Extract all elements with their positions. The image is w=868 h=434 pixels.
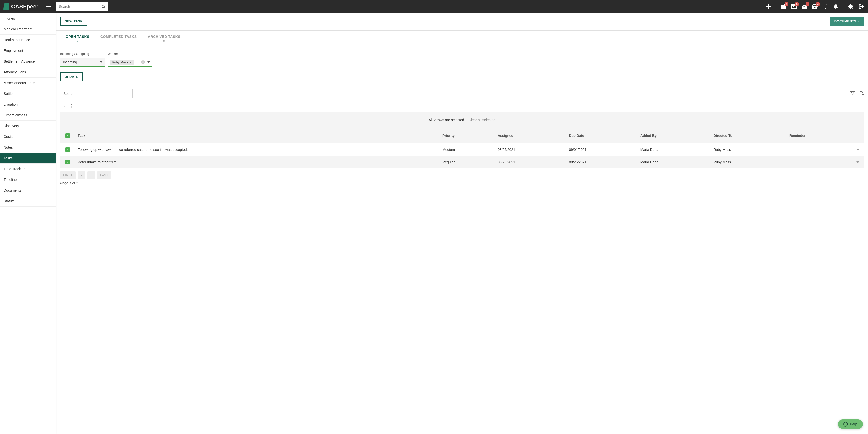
sidebar-item-injuries[interactable]: Injuries <box>0 13 56 24</box>
select-all-toggle[interactable] <box>63 104 67 108</box>
sidebar-item-medical-treatment[interactable]: Medical Treatment <box>0 24 56 34</box>
col-reminder[interactable]: Reminder <box>787 128 854 143</box>
sidebar-item-notes[interactable]: Notes <box>0 142 56 153</box>
logo-mark-icon <box>3 3 9 10</box>
cell-added-by: Maria Daria <box>638 143 711 156</box>
sidebar-item-costs[interactable]: Costs <box>0 132 56 142</box>
main-content: NEW TASK DOCUMENTS OPEN TASKS2COMPLETED … <box>56 13 868 434</box>
pagination-first[interactable]: FIRST <box>60 171 75 179</box>
sidebar-item-settlement[interactable]: Settlement <box>0 88 56 99</box>
row-checkbox[interactable]: ✓ <box>65 160 70 165</box>
worker-filter-select[interactable]: Ruby Moss × × <box>107 58 152 66</box>
tab-archived-tasks[interactable]: ARCHIVED TASKS0 <box>148 31 180 47</box>
sidebar-item-litigation[interactable]: Litigation <box>0 99 56 110</box>
cell-assigned: 08/25/2021 <box>495 143 566 156</box>
mobile-button[interactable] <box>822 3 829 10</box>
svg-rect-11 <box>782 6 783 7</box>
pagination-prev[interactable]: « <box>78 171 85 179</box>
tab-label: COMPLETED TASKS <box>100 34 137 38</box>
tab-label: ARCHIVED TASKS <box>148 34 180 38</box>
select-all-checkbox-highlight: ✓ <box>64 132 71 139</box>
cell-directed-to: Ruby Moss <box>711 156 787 169</box>
app-logo[interactable]: CASEpeer <box>3 3 38 10</box>
select-all-checkbox[interactable]: ✓ <box>65 134 70 138</box>
sidebar-item-miscellaneous-liens[interactable]: Miscellaneous Liens <box>0 78 56 88</box>
sidebar-item-health-insurance[interactable]: Health Insurance <box>0 34 56 45</box>
pagination-last[interactable]: LAST <box>97 171 111 179</box>
settings-button[interactable] <box>847 3 854 10</box>
remove-chip-button[interactable]: × <box>130 60 131 64</box>
col-due[interactable]: Due Date <box>566 128 638 143</box>
table-row[interactable]: ✓Refer Intake to other firm.Regular08/25… <box>60 156 864 169</box>
inbox-button[interactable]: 3 <box>812 3 818 10</box>
menu-toggle-button[interactable] <box>45 3 52 10</box>
worker-chip-label: Ruby Moss <box>112 60 128 64</box>
cell-added-by: Maria Daria <box>638 156 711 169</box>
svg-rect-1 <box>46 6 51 7</box>
mail-badge: 5 <box>806 2 809 6</box>
help-button[interactable]: Help <box>838 419 863 429</box>
sidebar-item-tasks[interactable]: Tasks <box>0 153 56 164</box>
cell-directed-to: Ruby Moss <box>711 143 787 156</box>
col-directed-to[interactable]: Directed To <box>711 128 787 143</box>
new-task-button[interactable]: NEW TASK <box>60 17 87 26</box>
top-bar: CASEpeer ! 5 5 3 <box>0 0 868 13</box>
filter-icon[interactable] <box>850 91 855 96</box>
tasks-button[interactable]: 5 <box>791 3 797 10</box>
sidebar-item-discovery[interactable]: Discovery <box>0 121 56 132</box>
selection-banner: All 2 rows are selected. Clear all selec… <box>60 112 864 128</box>
sidebar-item-employment[interactable]: Employment <box>0 45 56 56</box>
update-button[interactable]: UPDATE <box>60 72 83 81</box>
caret-down-icon <box>858 21 860 22</box>
global-search-input[interactable] <box>56 2 108 11</box>
col-task[interactable]: Task <box>75 128 440 143</box>
add-button[interactable] <box>766 3 772 10</box>
sidebar-item-settlement-advance[interactable]: Settlement Advance <box>0 56 56 67</box>
calendar-button[interactable]: ! <box>780 3 787 10</box>
cell-due: 09/01/2021 <box>566 143 638 156</box>
col-assigned[interactable]: Assigned <box>495 128 566 143</box>
export-icon[interactable] <box>860 91 864 96</box>
sidebar-item-documents[interactable]: Documents <box>0 185 56 196</box>
bulk-actions-menu[interactable] <box>70 104 71 108</box>
svg-point-18 <box>835 8 836 9</box>
help-label: Help <box>850 422 858 426</box>
selection-text: All 2 rows are selected. <box>429 118 465 122</box>
row-menu-button[interactable] <box>857 149 862 151</box>
chevron-down-icon <box>147 61 150 63</box>
tab-open-tasks[interactable]: OPEN TASKS2 <box>65 31 89 47</box>
tab-completed-tasks[interactable]: COMPLETED TASKS0 <box>100 31 137 47</box>
inbox-badge: 3 <box>816 2 820 6</box>
pagination-next[interactable]: » <box>87 171 95 179</box>
row-checkbox[interactable]: ✓ <box>65 147 70 152</box>
cell-assigned: 08/25/2021 <box>495 156 566 169</box>
chat-bubble-icon <box>843 422 848 427</box>
direction-filter-select[interactable]: Incoming <box>60 58 105 66</box>
sidebar-item-timeline[interactable]: Timeline <box>0 174 56 185</box>
documents-button-label: DOCUMENTS <box>835 19 857 23</box>
direction-filter-value: Incoming <box>63 60 77 64</box>
mail-button[interactable]: 5 <box>801 3 808 10</box>
documents-button[interactable]: DOCUMENTS <box>831 17 864 26</box>
worker-chip: Ruby Moss × <box>110 60 133 65</box>
svg-rect-2 <box>46 8 51 8</box>
sidebar-item-attorney-liens[interactable]: Attorney Liens <box>0 67 56 78</box>
clear-filter-button[interactable]: × <box>141 60 145 64</box>
cell-reminder <box>787 156 854 169</box>
clear-selection-link[interactable]: Clear all selected <box>468 118 495 122</box>
table-search-input[interactable] <box>60 89 132 98</box>
logout-button[interactable] <box>858 3 865 10</box>
sidebar-item-time-tracking[interactable]: Time Tracking <box>0 164 56 174</box>
separator <box>776 3 776 10</box>
sidebar-item-statute[interactable]: Statute <box>0 196 56 207</box>
table-row[interactable]: ✓Following up with law firm we referred … <box>60 143 864 156</box>
col-added-by[interactable]: Added By <box>638 128 711 143</box>
tab-count: 0 <box>148 39 180 43</box>
col-priority[interactable]: Priority <box>440 128 495 143</box>
tab-label: OPEN TASKS <box>65 34 89 38</box>
row-menu-button[interactable] <box>857 162 862 163</box>
page-info: Page 1 of 1 <box>60 180 864 190</box>
notifications-button[interactable] <box>833 3 839 10</box>
global-search <box>56 2 108 11</box>
sidebar-item-expert-witness[interactable]: Expert Witness <box>0 110 56 121</box>
